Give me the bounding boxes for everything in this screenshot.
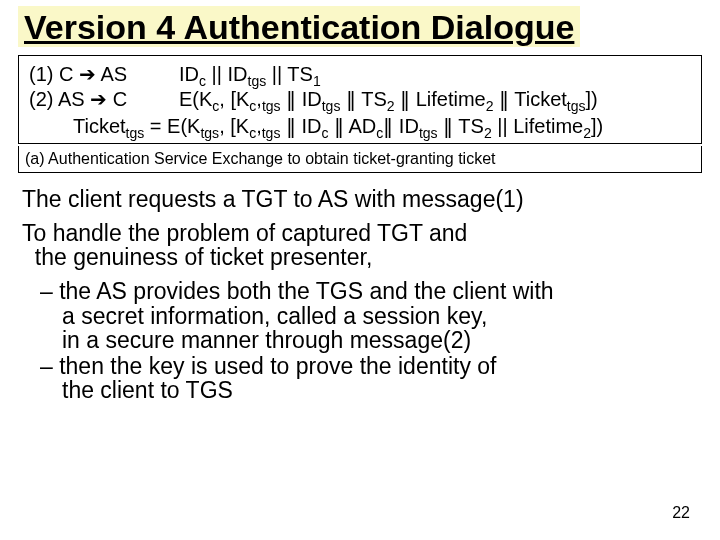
row2-label: (2) AS ➔ C bbox=[29, 87, 179, 112]
paragraph-2: To handle the problem of captured TGT an… bbox=[22, 221, 702, 269]
row1-body: IDc || IDtgs || TS1 bbox=[179, 62, 691, 87]
arrow-icon: ➔ bbox=[79, 63, 96, 85]
b2-line-a: – then the key is used to prove the iden… bbox=[40, 353, 496, 379]
slide-title: Version 4 Authentication Dialogue bbox=[18, 6, 580, 47]
row2-body: E(Kc, [Kc,tgs ‖ IDtgs ‖ TS2 ‖ Lifetime2 … bbox=[179, 87, 691, 112]
row1-label: (1) C ➔ AS bbox=[29, 62, 179, 87]
protocol-box: (1) C ➔ AS IDc || IDtgs || TS1 (2) AS ➔ … bbox=[18, 55, 702, 144]
protocol-row-3: Tickettgs = E(Ktgs, [Kc,tgs ‖ IDc ‖ ADc‖… bbox=[73, 114, 691, 139]
b1-line-c: in a secure manner through message(2) bbox=[84, 328, 471, 352]
page-number: 22 bbox=[672, 504, 690, 522]
b1-line-b: a secret information, called a session k… bbox=[84, 304, 487, 328]
b2-line-b: the client to TGS bbox=[84, 378, 233, 402]
p2-line-a: To handle the problem of captured TGT an… bbox=[22, 220, 467, 246]
bullet-1: – the AS provides both the TGS and the c… bbox=[62, 279, 702, 351]
p2-line-b: the genuiness of ticket presenter, bbox=[35, 244, 373, 270]
slide: Version 4 Authentication Dialogue (1) C … bbox=[0, 0, 720, 540]
bullet-2: – then the key is used to prove the iden… bbox=[62, 354, 702, 402]
paragraph-1: The client requests a TGT to AS with mes… bbox=[22, 187, 702, 211]
b1-line-a: – the AS provides both the TGS and the c… bbox=[40, 278, 554, 304]
row1-label-a: (1) C bbox=[29, 63, 79, 85]
row1-label-b: AS bbox=[96, 63, 127, 85]
body-text: The client requests a TGT to AS with mes… bbox=[18, 187, 702, 402]
caption-box: (a) Authentication Service Exchange to o… bbox=[18, 146, 702, 173]
row2-label-a: (2) AS bbox=[29, 88, 90, 110]
arrow-icon: ➔ bbox=[90, 88, 107, 110]
protocol-row-1: (1) C ➔ AS IDc || IDtgs || TS1 bbox=[29, 62, 691, 87]
protocol-row-2: (2) AS ➔ C E(Kc, [Kc,tgs ‖ IDtgs ‖ TS2 ‖… bbox=[29, 87, 691, 112]
row2-label-b: C bbox=[107, 88, 127, 110]
